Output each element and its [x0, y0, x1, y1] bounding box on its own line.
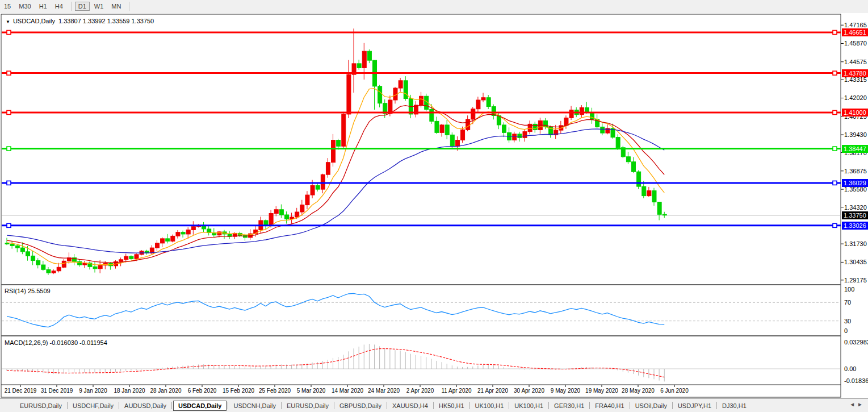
rsi-line [7, 293, 664, 327]
hline-handle[interactable] [833, 147, 837, 151]
tab-separator [630, 402, 630, 409]
hline-price-label[interactable]: 1.36029 [842, 179, 868, 187]
hline-handle[interactable] [7, 71, 11, 75]
hline-handle[interactable] [833, 181, 837, 185]
chart-tab-usdjpy-h1[interactable]: USDJPY,H1 [674, 401, 715, 411]
chart-tab-usoil-daily[interactable]: USOil,Daily [631, 401, 671, 411]
tab-separator [387, 402, 387, 409]
timeframe-button-h4[interactable]: H4 [52, 2, 66, 11]
date-axis-label: 19 May 2020 [585, 388, 618, 394]
chart-canvas[interactable] [0, 13, 868, 398]
rsi-axis-label: 70 [844, 299, 851, 306]
axis-ticks [20, 25, 844, 387]
date-axis-label: 18 Jan 2020 [114, 388, 145, 394]
tab-separator [228, 402, 228, 409]
price-tick-label: 1.45870 [844, 40, 867, 47]
date-axis-label: 28 Jan 2020 [150, 388, 181, 394]
timeframe-button-w1[interactable]: W1 [91, 2, 107, 11]
ma-line-slow [7, 129, 664, 253]
hline-price-label[interactable]: 1.41000 [842, 109, 868, 116]
hline-price-label[interactable]: 1.38447 [842, 145, 868, 153]
macd-indicator-label: MACD(12,26,9) -0.016030 -0.011954 [5, 339, 107, 346]
hline-handle[interactable] [7, 31, 11, 35]
tab-separator [281, 402, 282, 409]
price-tick-label: 1.30435 [844, 259, 867, 265]
timeframe-button-15[interactable]: 15 [1, 2, 14, 11]
chart-tab-audusd-daily[interactable]: AUDUSD,Daily [120, 401, 170, 411]
chart-tab-usdchf-daily[interactable]: USDCHF,Daily [69, 401, 118, 411]
date-axis-label: 21 Dec 2019 [5, 388, 37, 394]
hline-handle[interactable] [833, 31, 837, 35]
macd-axis-label: -0.018364 [844, 377, 868, 384]
chart-tab-hk50-h1[interactable]: HK50,H1 [435, 401, 468, 411]
hline-price-label[interactable]: 1.43780 [842, 69, 868, 77]
date-axis-label: 15 Feb 2020 [223, 388, 254, 394]
tab-separator [119, 402, 119, 409]
price-tick-label: 1.36875 [844, 168, 867, 174]
macd-axis-label: 0.00 [844, 365, 856, 372]
chart-tab-uk100-h1[interactable]: UK100,H1 [471, 401, 508, 411]
date-axis-label: 24 Mar 2020 [368, 388, 400, 394]
price-tick-label: 1.34320 [844, 204, 867, 211]
chart-window[interactable]: ▼USDCAD,Daily 1.33807 1.33992 1.33559 1.… [0, 13, 868, 398]
hline-handle[interactable] [7, 181, 11, 185]
hline-handle[interactable] [7, 147, 11, 151]
chart-tab-usdcad-daily[interactable]: USDCAD,Daily [173, 401, 227, 411]
hline-handle[interactable] [833, 71, 837, 75]
macd-axis-label: 0.032982 [844, 339, 868, 346]
price-tick-label: 1.44575 [844, 59, 867, 65]
panel-frames [1, 14, 841, 397]
chart-menu-caret-icon[interactable]: ▼ [6, 19, 10, 24]
price-tick-label: 1.43315 [844, 76, 867, 83]
hline-handle[interactable] [833, 110, 837, 114]
hline-handle[interactable] [7, 110, 11, 114]
toolbar-separator [71, 2, 72, 11]
hline-price-label[interactable]: 1.33026 [842, 222, 868, 230]
tab-separator [716, 402, 717, 409]
chart-tab-usdcnh-daily[interactable]: USDCNH,Daily [229, 401, 280, 411]
chart-tab-uk100-h1[interactable]: UK100,H1 [510, 401, 547, 411]
macd-histogram [7, 344, 664, 381]
tab-separator [509, 402, 509, 409]
chart-tab-bar: EURUSD,DailyUSDCHF,DailyAUDUSD,DailyUSDC… [0, 398, 868, 412]
price-tick-label: 1.42020 [844, 94, 867, 101]
date-axis-label: 9 Jan 2020 [79, 388, 107, 394]
timeframe-toolbar: 15M30H1H4D1W1MN [0, 0, 868, 13]
chart-tab-eurusd-daily[interactable]: EURUSD,Daily [283, 401, 333, 411]
rsi-axis-label: 0 [844, 327, 848, 334]
tab-separator [171, 402, 172, 409]
current-price-label: 1.33750 [842, 211, 868, 219]
chart-tab-gbpusd-daily[interactable]: GBPUSD,Daily [336, 401, 385, 411]
chart-tab-dj30-h1[interactable]: DJ30,H1 [718, 401, 750, 411]
chart-title: ▼USDCAD,Daily 1.33807 1.33992 1.33559 1.… [6, 18, 154, 24]
chart-tab-eurusd-daily[interactable]: EURUSD,Daily [16, 401, 66, 411]
rsi-axis-label: 30 [844, 318, 851, 324]
horizontal-level-lines[interactable] [2, 31, 841, 228]
chart-tab-fra40-h1[interactable]: FRA40,H1 [591, 401, 628, 411]
tab-separator [67, 402, 68, 409]
timeframe-button-mn[interactable]: MN [108, 2, 124, 11]
mt4-window: 15M30H1H4D1W1MN ▼USDCAD,Daily 1.33807 1.… [0, 0, 868, 412]
timeframe-button-h1[interactable]: H1 [36, 2, 51, 11]
tab-scroll-right-button[interactable]: ► [857, 401, 865, 407]
chart-tab-xauusd-h4[interactable]: XAUUSD,H4 [388, 401, 432, 411]
macd-signal-line [7, 349, 664, 377]
date-axis-label: 11 Apr 2020 [441, 388, 471, 394]
tab-separator [334, 402, 334, 409]
tab-separator [469, 402, 470, 409]
hline-price-label[interactable]: 1.46651 [842, 28, 868, 36]
rsi-indicator-label: RSI(14) 25.5509 [5, 288, 51, 294]
timeframe-button-m30[interactable]: M30 [15, 2, 34, 11]
date-axis-label: 5 Mar 2020 [297, 388, 326, 394]
chart-tab-ger30-h1[interactable]: GER30,H1 [550, 401, 588, 411]
toolbar-separator [129, 2, 129, 11]
hline-handle[interactable] [7, 223, 11, 227]
timeframe-button-d1[interactable]: D1 [75, 2, 90, 11]
tab-scroll-left-button[interactable]: ◄ [849, 401, 857, 407]
rsi-axis-label: 100 [844, 286, 854, 293]
hline-handle[interactable] [833, 223, 837, 227]
tab-separator [589, 402, 590, 409]
date-axis-label: 6 Feb 2020 [188, 388, 217, 394]
date-axis-label: 21 Apr 2020 [477, 388, 508, 394]
date-axis-label: 2 Apr 2020 [406, 388, 434, 394]
